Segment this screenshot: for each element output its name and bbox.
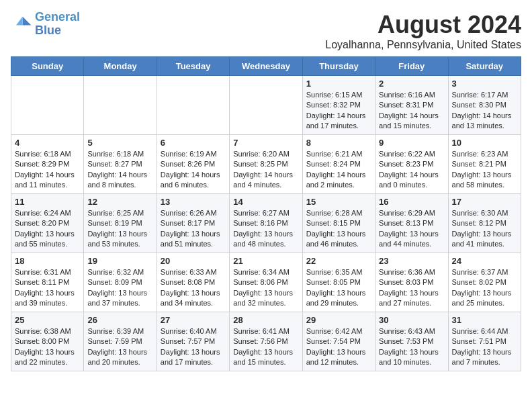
day-number: 9 xyxy=(379,138,444,148)
cell-content: Sunrise: 6:30 AM Sunset: 8:12 PM Dayligh… xyxy=(452,208,517,250)
calendar-cell: 27Sunrise: 6:40 AM Sunset: 7:57 PM Dayli… xyxy=(157,312,229,371)
cell-content: Sunrise: 6:27 AM Sunset: 8:16 PM Dayligh… xyxy=(233,208,298,250)
day-number: 14 xyxy=(233,197,298,207)
cell-content: Sunrise: 6:44 AM Sunset: 7:51 PM Dayligh… xyxy=(452,326,517,368)
day-number: 13 xyxy=(161,197,226,207)
calendar-cell: 7Sunrise: 6:20 AM Sunset: 8:25 PM Daylig… xyxy=(230,135,302,194)
calendar-cell: 17Sunrise: 6:30 AM Sunset: 8:12 PM Dayli… xyxy=(448,194,521,253)
weekday-header: Monday xyxy=(84,57,157,76)
calendar-cell xyxy=(230,76,302,135)
calendar-week-row: 4Sunrise: 6:18 AM Sunset: 8:29 PM Daylig… xyxy=(11,135,521,194)
day-number: 5 xyxy=(87,138,152,148)
calendar-cell xyxy=(11,76,84,135)
day-number: 2 xyxy=(379,79,444,89)
day-number: 26 xyxy=(87,315,152,325)
day-number: 11 xyxy=(15,197,80,207)
day-number: 29 xyxy=(306,315,371,325)
cell-content: Sunrise: 6:40 AM Sunset: 7:57 PM Dayligh… xyxy=(161,326,226,368)
calendar-cell: 8Sunrise: 6:21 AM Sunset: 8:24 PM Daylig… xyxy=(302,135,375,194)
cell-content: Sunrise: 6:22 AM Sunset: 8:23 PM Dayligh… xyxy=(379,149,444,191)
logo-icon xyxy=(11,13,32,35)
weekday-header: Sunday xyxy=(11,57,84,76)
calendar-cell: 5Sunrise: 6:18 AM Sunset: 8:27 PM Daylig… xyxy=(84,135,157,194)
day-number: 21 xyxy=(233,256,298,266)
calendar-cell: 25Sunrise: 6:38 AM Sunset: 8:00 PM Dayli… xyxy=(11,312,84,371)
cell-content: Sunrise: 6:42 AM Sunset: 7:54 PM Dayligh… xyxy=(306,326,371,368)
weekday-header: Thursday xyxy=(302,57,375,76)
day-number: 18 xyxy=(15,256,80,266)
day-number: 10 xyxy=(452,138,517,148)
cell-content: Sunrise: 6:24 AM Sunset: 8:20 PM Dayligh… xyxy=(15,208,80,250)
title-block: August 2024 Loyalhanna, Pennsylvania, Un… xyxy=(325,11,521,51)
calendar-table: SundayMondayTuesdayWednesdayThursdayFrid… xyxy=(11,56,521,371)
cell-content: Sunrise: 6:38 AM Sunset: 8:00 PM Dayligh… xyxy=(15,326,80,368)
cell-content: Sunrise: 6:31 AM Sunset: 8:11 PM Dayligh… xyxy=(15,267,80,309)
day-number: 20 xyxy=(161,256,226,266)
calendar-cell: 4Sunrise: 6:18 AM Sunset: 8:29 PM Daylig… xyxy=(11,135,84,194)
day-number: 4 xyxy=(15,138,80,148)
svg-marker-0 xyxy=(23,17,32,26)
day-number: 27 xyxy=(161,315,226,325)
cell-content: Sunrise: 6:18 AM Sunset: 8:27 PM Dayligh… xyxy=(87,149,152,191)
calendar-body: 1Sunrise: 6:15 AM Sunset: 8:32 PM Daylig… xyxy=(11,76,521,371)
calendar-cell: 12Sunrise: 6:25 AM Sunset: 8:19 PM Dayli… xyxy=(84,194,157,253)
cell-content: Sunrise: 6:43 AM Sunset: 7:53 PM Dayligh… xyxy=(379,326,444,368)
weekday-header: Tuesday xyxy=(157,57,229,76)
calendar-cell: 19Sunrise: 6:32 AM Sunset: 8:09 PM Dayli… xyxy=(84,253,157,312)
cell-content: Sunrise: 6:26 AM Sunset: 8:17 PM Dayligh… xyxy=(161,208,226,250)
day-number: 7 xyxy=(233,138,298,148)
day-number: 15 xyxy=(306,197,371,207)
day-number: 6 xyxy=(161,138,226,148)
cell-content: Sunrise: 6:19 AM Sunset: 8:26 PM Dayligh… xyxy=(161,149,226,191)
calendar-week-row: 25Sunrise: 6:38 AM Sunset: 8:00 PM Dayli… xyxy=(11,312,521,371)
day-number: 23 xyxy=(379,256,444,266)
cell-content: Sunrise: 6:15 AM Sunset: 8:32 PM Dayligh… xyxy=(306,90,371,132)
calendar-cell: 3Sunrise: 6:17 AM Sunset: 8:30 PM Daylig… xyxy=(448,76,521,135)
logo: General Blue xyxy=(11,11,80,38)
calendar-week-row: 18Sunrise: 6:31 AM Sunset: 8:11 PM Dayli… xyxy=(11,253,521,312)
cell-content: Sunrise: 6:18 AM Sunset: 8:29 PM Dayligh… xyxy=(15,149,80,191)
day-number: 3 xyxy=(452,79,517,89)
calendar-cell: 10Sunrise: 6:23 AM Sunset: 8:21 PM Dayli… xyxy=(448,135,521,194)
cell-content: Sunrise: 6:20 AM Sunset: 8:25 PM Dayligh… xyxy=(233,149,298,191)
cell-content: Sunrise: 6:29 AM Sunset: 8:13 PM Dayligh… xyxy=(379,208,444,250)
cell-content: Sunrise: 6:37 AM Sunset: 8:02 PM Dayligh… xyxy=(452,267,517,309)
calendar-cell: 9Sunrise: 6:22 AM Sunset: 8:23 PM Daylig… xyxy=(375,135,448,194)
day-number: 24 xyxy=(452,256,517,266)
cell-content: Sunrise: 6:32 AM Sunset: 8:09 PM Dayligh… xyxy=(87,267,152,309)
cell-content: Sunrise: 6:35 AM Sunset: 8:05 PM Dayligh… xyxy=(306,267,371,309)
calendar-cell: 29Sunrise: 6:42 AM Sunset: 7:54 PM Dayli… xyxy=(302,312,375,371)
cell-content: Sunrise: 6:41 AM Sunset: 7:56 PM Dayligh… xyxy=(233,326,298,368)
calendar-cell: 20Sunrise: 6:33 AM Sunset: 8:08 PM Dayli… xyxy=(157,253,229,312)
day-number: 19 xyxy=(87,256,152,266)
day-number: 25 xyxy=(15,315,80,325)
calendar-cell xyxy=(84,76,157,135)
calendar-cell: 31Sunrise: 6:44 AM Sunset: 7:51 PM Dayli… xyxy=(448,312,521,371)
logo-line2: Blue xyxy=(35,24,61,37)
day-number: 28 xyxy=(233,315,298,325)
calendar-cell: 26Sunrise: 6:39 AM Sunset: 7:59 PM Dayli… xyxy=(84,312,157,371)
day-number: 17 xyxy=(452,197,517,207)
calendar-cell: 2Sunrise: 6:16 AM Sunset: 8:31 PM Daylig… xyxy=(375,76,448,135)
cell-content: Sunrise: 6:21 AM Sunset: 8:24 PM Dayligh… xyxy=(306,149,371,191)
calendar-cell: 24Sunrise: 6:37 AM Sunset: 8:02 PM Dayli… xyxy=(448,253,521,312)
weekday-header: Wednesday xyxy=(230,57,302,76)
calendar-cell: 14Sunrise: 6:27 AM Sunset: 8:16 PM Dayli… xyxy=(230,194,302,253)
cell-content: Sunrise: 6:25 AM Sunset: 8:19 PM Dayligh… xyxy=(87,208,152,250)
calendar-cell: 30Sunrise: 6:43 AM Sunset: 7:53 PM Dayli… xyxy=(375,312,448,371)
calendar-week-row: 11Sunrise: 6:24 AM Sunset: 8:20 PM Dayli… xyxy=(11,194,521,253)
cell-content: Sunrise: 6:17 AM Sunset: 8:30 PM Dayligh… xyxy=(452,90,517,132)
calendar-cell: 18Sunrise: 6:31 AM Sunset: 8:11 PM Dayli… xyxy=(11,253,84,312)
page-header: General Blue August 2024 Loyalhanna, Pen… xyxy=(11,11,521,51)
day-number: 30 xyxy=(379,315,444,325)
calendar-cell: 23Sunrise: 6:36 AM Sunset: 8:03 PM Dayli… xyxy=(375,253,448,312)
day-number: 8 xyxy=(306,138,371,148)
cell-content: Sunrise: 6:23 AM Sunset: 8:21 PM Dayligh… xyxy=(452,149,517,191)
day-number: 22 xyxy=(306,256,371,266)
cell-content: Sunrise: 6:28 AM Sunset: 8:15 PM Dayligh… xyxy=(306,208,371,250)
calendar-week-row: 1Sunrise: 6:15 AM Sunset: 8:32 PM Daylig… xyxy=(11,76,521,135)
main-title: August 2024 xyxy=(325,11,521,39)
day-number: 12 xyxy=(87,197,152,207)
logo-text: General Blue xyxy=(35,11,80,38)
calendar-cell: 13Sunrise: 6:26 AM Sunset: 8:17 PM Dayli… xyxy=(157,194,229,253)
